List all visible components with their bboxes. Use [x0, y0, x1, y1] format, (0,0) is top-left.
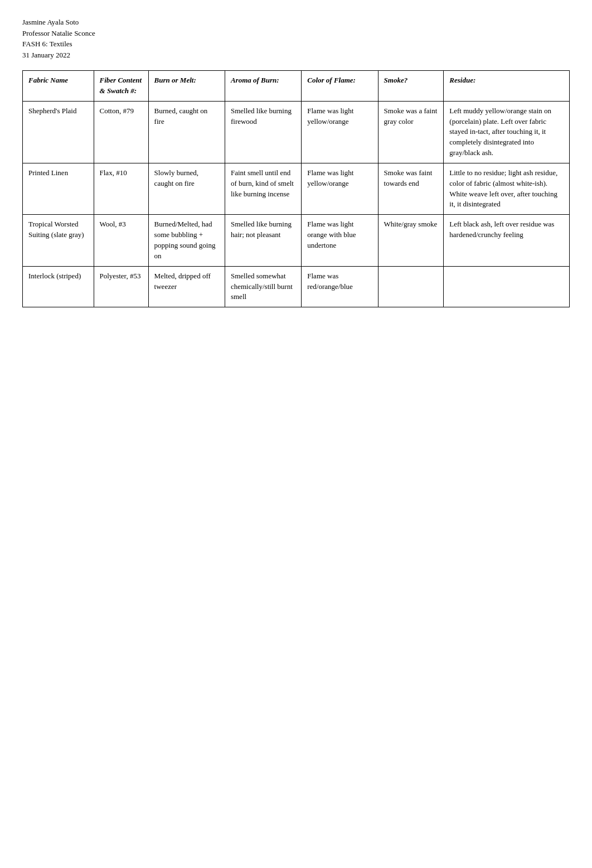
- col-header-burn-or-melt: Burn or Melt:: [148, 71, 225, 102]
- cell-1-burn_or_melt: Slowly burned, caught on fire: [148, 163, 225, 214]
- cell-0-residue: Left muddy yellow/orange stain on (porce…: [444, 101, 570, 163]
- cell-2-burn_or_melt: Burned/Melted, had some bubbling + poppi…: [148, 215, 225, 266]
- table-row: Shepherd's PlaidCotton, #79Burned, caugh…: [23, 101, 570, 163]
- table-row: Tropical Worsted Suiting (slate gray)Woo…: [23, 215, 570, 266]
- table-row: Interlock (striped)Polyester, #53Melted,…: [23, 266, 570, 307]
- col-header-smoke: Smoke?: [378, 71, 444, 102]
- col-header-fiber-content: Fiber Content & Swatch #:: [94, 71, 148, 102]
- cell-3-smoke: [378, 266, 444, 307]
- cell-2-fabric_name: Tropical Worsted Suiting (slate gray): [23, 215, 94, 266]
- cell-2-fiber_content: Wool, #3: [94, 215, 148, 266]
- cell-3-burn_or_melt: Melted, dripped off tweezer: [148, 266, 225, 307]
- col-header-color-of-flame: Color of Flame:: [302, 71, 378, 102]
- header-line1: Jasmine Ayala Soto: [22, 17, 570, 28]
- cell-0-burn_or_melt: Burned, caught on fire: [148, 101, 225, 163]
- header-line4: 31 January 2022: [22, 50, 570, 61]
- cell-0-smoke: Smoke was a faint gray color: [378, 101, 444, 163]
- table-header-row: Fabric Name Fiber Content & Swatch #: Bu…: [23, 71, 570, 102]
- cell-1-fabric_name: Printed Linen: [23, 163, 94, 214]
- cell-0-fiber_content: Cotton, #79: [94, 101, 148, 163]
- cell-2-aroma_of_burn: Smelled like burning hair; not pleasant: [225, 215, 301, 266]
- cell-1-smoke: Smoke was faint towards end: [378, 163, 444, 214]
- document-header: Jasmine Ayala Soto Professor Natalie Sco…: [22, 17, 570, 60]
- col-header-aroma-of-burn: Aroma of Burn:: [225, 71, 301, 102]
- col-header-residue: Residue:: [444, 71, 570, 102]
- cell-2-residue: Left black ash, left over residue was ha…: [444, 215, 570, 266]
- header-line3: FASH 6: Textiles: [22, 38, 570, 50]
- cell-1-residue: Little to no residue; light ash residue,…: [444, 163, 570, 214]
- table-row: Printed LinenFlax, #10Slowly burned, cau…: [23, 163, 570, 214]
- cell-3-fabric_name: Interlock (striped): [23, 266, 94, 307]
- cell-1-aroma_of_burn: Faint smell until end of burn, kind of s…: [225, 163, 301, 214]
- cell-0-color_of_flame: Flame was light yellow/orange: [302, 101, 378, 163]
- cell-3-color_of_flame: Flame was red/orange/blue: [302, 266, 378, 307]
- col-header-fabric-name: Fabric Name: [23, 71, 94, 102]
- burn-test-table: Fabric Name Fiber Content & Swatch #: Bu…: [22, 70, 570, 307]
- cell-3-residue: [444, 266, 570, 307]
- cell-1-color_of_flame: Flame was light yellow/orange: [302, 163, 378, 214]
- cell-3-aroma_of_burn: Smelled somewhat chemically/still burnt …: [225, 266, 301, 307]
- header-line2: Professor Natalie Sconce: [22, 28, 570, 39]
- cell-2-smoke: White/gray smoke: [378, 215, 444, 266]
- cell-3-fiber_content: Polyester, #53: [94, 266, 148, 307]
- cell-0-aroma_of_burn: Smelled like burning firewood: [225, 101, 301, 163]
- cell-2-color_of_flame: Flame was light orange with blue underto…: [302, 215, 378, 266]
- cell-1-fiber_content: Flax, #10: [94, 163, 148, 214]
- cell-0-fabric_name: Shepherd's Plaid: [23, 101, 94, 163]
